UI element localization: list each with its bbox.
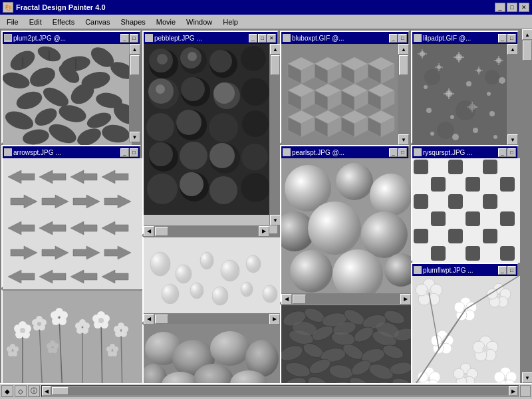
vscroll-down-lilpadpt[interactable]: ▼ (507, 134, 518, 145)
maximize-bluboxpt[interactable]: □ (398, 34, 407, 43)
hscroll-right-dropspt[interactable]: ▶ (269, 314, 280, 325)
minimize-bluboxpt[interactable]: _ (389, 34, 398, 43)
menu-window[interactable]: Window (181, 17, 217, 27)
menu-effects[interactable]: Effects (47, 17, 80, 27)
titlebar-lilpadpt[interactable]: lilpadpt.GIF @... _ □ (412, 32, 517, 44)
menu-file[interactable]: File (1, 17, 24, 27)
svg-point-47 (146, 113, 174, 141)
svg-rect-205 (431, 246, 446, 261)
svg-point-212 (176, 265, 192, 283)
vscroll-thumb-pebblept[interactable] (271, 55, 280, 75)
maximize-button[interactable]: □ (507, 3, 517, 12)
titlebar-pearlspt[interactable]: pearlspt.JPG @... _ □ (281, 146, 408, 158)
status-icon-info[interactable]: ⓘ (28, 385, 40, 397)
status-icon-diamond-filled[interactable]: ◆ (1, 385, 13, 397)
vscroll-thumb-bluboxpt[interactable] (399, 55, 408, 75)
maximize-lilpadpt[interactable]: □ (507, 34, 516, 43)
svg-point-58 (147, 174, 178, 204)
main-hscroll-right[interactable]: ▶ (509, 386, 518, 396)
hscroll-right-pebblept[interactable]: ▶ (259, 226, 269, 237)
maximize-pebblept[interactable]: □ (258, 34, 267, 43)
main-vscrollbar[interactable]: ▲ ▼ (521, 29, 532, 383)
maximize-rysqurspt[interactable]: □ (507, 148, 516, 157)
main-hscroll-thumb[interactable] (52, 387, 68, 395)
hscroll-pearlspt[interactable]: ◀ ▶ (281, 293, 411, 304)
svg-point-309 (114, 326, 120, 332)
main-vscroll-up[interactable]: ▲ (522, 29, 532, 40)
svg-point-316 (53, 343, 59, 348)
vscroll-pebblept[interactable]: ▲ ▼ (269, 44, 280, 225)
vscroll-down-pebblept[interactable]: ▼ (270, 215, 281, 225)
minimize-plum2pt[interactable]: _ (120, 34, 129, 43)
svg-point-216 (162, 284, 179, 304)
svg-point-35 (188, 52, 197, 61)
minimize-pebblept[interactable]: _ (249, 34, 257, 43)
minimize-arrowspt[interactable]: _ (120, 148, 129, 157)
svg-point-57 (241, 144, 268, 170)
hscroll-thumb-pearlspt[interactable] (293, 295, 306, 304)
titlebar-plum2pt[interactable]: plum2pt.JPG @... _ □ (3, 32, 140, 44)
minimize-button[interactable]: _ (495, 3, 505, 12)
vscroll-thumb-plum2pt[interactable] (130, 55, 140, 75)
svg-point-169 (290, 250, 332, 293)
svg-point-321 (113, 346, 118, 352)
hscroll-dropspt[interactable]: ◀ ▶ (144, 313, 280, 324)
vscroll-down-plum2pt[interactable]: ▼ (130, 132, 140, 142)
window-icon-lilpadpt (414, 34, 422, 42)
svg-rect-209 (500, 246, 515, 261)
menu-shapes[interactable]: Shapes (115, 17, 150, 27)
titlebar-plumflwpt[interactable]: plumflwpt.JPG ... _ □ (412, 264, 517, 276)
vscroll-lilpadpt[interactable]: ▲ ▼ (507, 44, 517, 145)
vscroll-up-plum2pt[interactable]: ▲ (130, 44, 140, 55)
hscroll-right-pearlspt[interactable]: ▶ (400, 294, 411, 305)
maximize-plum2pt[interactable]: □ (130, 34, 138, 43)
titlebar-arrowspt[interactable]: arrowspt.JPG ... _ □ (3, 146, 140, 158)
status-icon-diamond-empty[interactable]: ◇ (15, 385, 27, 397)
titlebar-rysqurspt[interactable]: rysqurspt.JPG ... _ □ (412, 146, 517, 158)
main-hscrollbar[interactable]: ◀ ▶ (41, 385, 519, 397)
svg-point-227 (416, 284, 428, 296)
main-vscroll-down[interactable]: ▼ (522, 372, 532, 383)
close-button[interactable]: ✕ (519, 3, 529, 12)
svg-rect-191 (500, 194, 515, 209)
hscroll-left-dropspt[interactable]: ◀ (144, 314, 154, 325)
minimize-pearlspt[interactable]: _ (389, 148, 398, 157)
main-vscroll-thumb[interactable] (523, 41, 532, 61)
close-pebblept[interactable]: ✕ (267, 34, 276, 43)
maximize-arrowspt[interactable]: □ (130, 148, 138, 157)
svg-point-62 (241, 173, 269, 202)
vscroll-up-lilpadpt[interactable]: ▲ (507, 44, 518, 55)
menu-edit[interactable]: Edit (24, 17, 47, 27)
hscroll-pebblept[interactable]: ◀ ▶ (144, 225, 269, 236)
titlebar-pebblept[interactable]: pebblept.JPG ... _ □ ✕ (144, 32, 277, 44)
menu-movie[interactable]: Movie (151, 17, 181, 27)
minimize-lilpadpt[interactable]: _ (498, 34, 507, 43)
menu-canvas[interactable]: Canvas (80, 17, 115, 27)
svg-rect-174 (414, 160, 428, 174)
vscroll-plum2pt[interactable]: ▲ ▼ (129, 44, 140, 142)
svg-rect-210 (144, 237, 280, 313)
svg-point-218 (212, 287, 228, 305)
app-icon[interactable]: 🎨 (3, 2, 13, 13)
minimize-rysqurspt[interactable]: _ (498, 148, 507, 157)
title-bar: 🎨 Fractal Design Painter 4.0 _ □ ✕ (0, 0, 532, 15)
svg-rect-190 (483, 194, 497, 209)
vscroll-up-bluboxpt[interactable]: ▲ (398, 44, 409, 55)
maximize-pearlspt[interactable]: □ (398, 148, 407, 157)
hscroll-left-pearlspt[interactable]: ◀ (281, 294, 292, 305)
vscroll-up-pebblept[interactable]: ▲ (270, 44, 281, 55)
window-icon-plumflwpt (414, 266, 422, 274)
titlebar-bluboxpt[interactable]: bluboxpt.GIF @... _ □ (281, 32, 408, 44)
minimize-plumflwpt[interactable]: _ (498, 266, 507, 275)
menu-help[interactable]: Help (217, 17, 243, 27)
main-hscroll-left[interactable]: ◀ (42, 386, 51, 396)
svg-rect-1 (5, 35, 11, 40)
maximize-plumflwpt[interactable]: □ (507, 266, 516, 275)
hscroll-thumb-dropspt[interactable] (155, 315, 168, 324)
vscroll-bluboxpt[interactable]: ▲ ▼ (398, 44, 408, 145)
hscroll-left-pebblept[interactable]: ◀ (144, 226, 154, 237)
vscroll-down-bluboxpt[interactable]: ▼ (398, 134, 409, 145)
svg-rect-176 (448, 160, 463, 174)
hscroll-thumb-pebblept[interactable] (155, 227, 168, 236)
svg-point-50 (209, 113, 238, 142)
